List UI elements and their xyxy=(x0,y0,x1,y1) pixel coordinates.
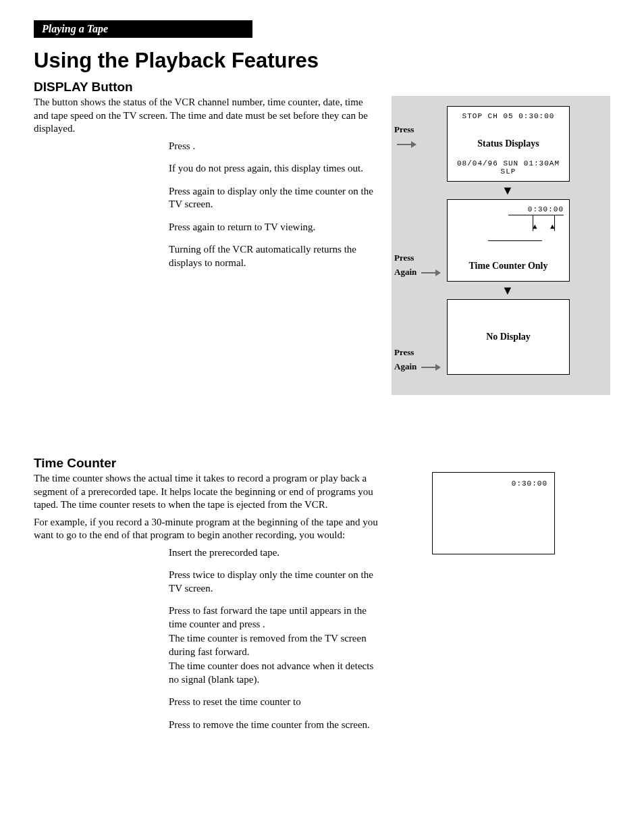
step-text: Press again to display only the time cou… xyxy=(169,185,378,211)
screen-top-line: STOP CH 05 0:30:00 xyxy=(448,112,569,120)
label-press: Press xyxy=(394,347,414,357)
step-text: The time counter does not advance when i… xyxy=(169,660,378,686)
intro-paragraph: The button shows the status of the VCR c… xyxy=(34,96,378,136)
tv-screen-status: STOP CH 05 0:30:00 Status Displays 08/04… xyxy=(447,106,570,182)
tv-screen-small: 0:30:00 xyxy=(432,472,555,554)
tv-screen-counter: 0:30:00 ▲ ▲ Time Counter Only xyxy=(447,199,570,282)
arrow-right-icon xyxy=(397,144,416,145)
step-text: Press twice to display only the time cou… xyxy=(169,569,378,595)
step-text: Press again to return to TV viewing. xyxy=(169,221,378,234)
page-title: Using the Playback Features xyxy=(34,49,610,73)
screen-counter-value: 0:30:00 xyxy=(512,479,547,488)
screen-counter-value: 0:30:00 xyxy=(528,205,564,213)
heading-display-button: DISPLAY Button xyxy=(34,80,610,95)
arrow-down-icon: ▼ xyxy=(447,284,568,296)
step-text: Press . xyxy=(169,140,378,153)
section-tab: Playing a Tape xyxy=(34,20,252,38)
label-again: Again xyxy=(394,361,417,371)
tv-screen-none: No Display xyxy=(447,299,570,375)
step-text: Press to remove the time counter from th… xyxy=(169,719,378,732)
example-paragraph: For example, if you record a 30-minute p… xyxy=(34,516,378,542)
heading-time-counter: Time Counter xyxy=(34,456,610,471)
step-text: Press to fast forward the tape until app… xyxy=(169,604,378,631)
step-text: If you do not press again, this display … xyxy=(169,162,378,176)
step-text: Turning off the VCR automatically return… xyxy=(169,243,378,269)
arrow-right-icon xyxy=(421,367,440,368)
arrow-down-icon: ▼ xyxy=(447,184,568,197)
screen-caption: No Display xyxy=(448,332,569,342)
step-text: Insert the prerecorded tape. xyxy=(169,546,378,560)
arrow-right-icon xyxy=(421,272,440,273)
label-press: Press xyxy=(394,124,414,134)
label-again: Again xyxy=(394,267,417,277)
screen-bottom-line: 08/04/96 SUN 01:30AM SLP xyxy=(448,159,569,176)
label-press: Press xyxy=(394,253,414,263)
screen-caption: Time Counter Only xyxy=(448,261,569,271)
step-text: The time counter is removed from the TV … xyxy=(169,632,378,658)
step-text: Press to reset the time counter to xyxy=(169,696,378,709)
screen-caption: Status Displays xyxy=(448,138,569,149)
intro-paragraph: The time counter shows the actual time i… xyxy=(34,472,378,512)
diagram-panel: Press STOP CH 05 0:30:00 Status Displays… xyxy=(392,96,610,395)
